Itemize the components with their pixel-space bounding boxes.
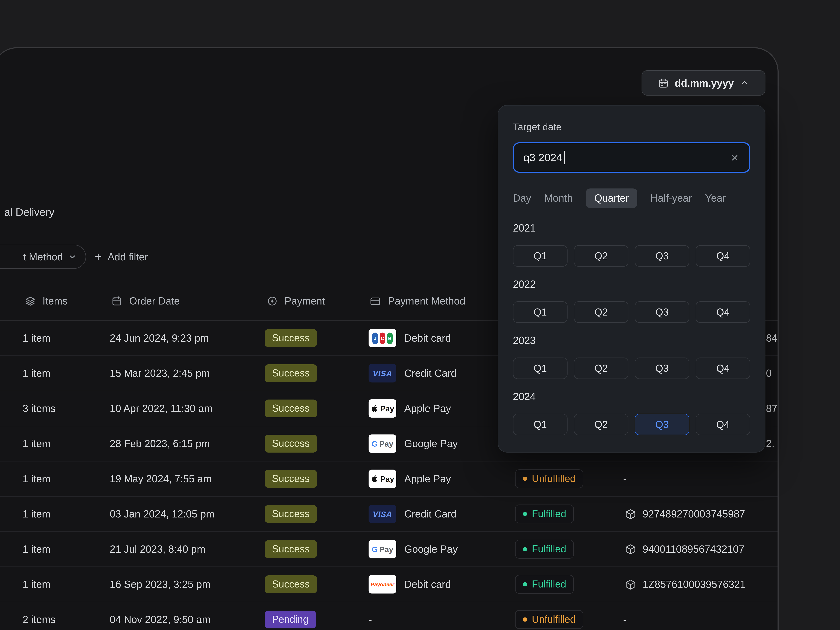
year-label: 2023 (513, 335, 750, 346)
payment-method-cell: Google Pay (404, 438, 458, 450)
order-date-cell: 21 Jul 2023, 8:40 pm (110, 543, 205, 555)
quarter-button-2024-q1[interactable]: Q1 (513, 414, 567, 435)
column-header-order-date[interactable]: Order Date (111, 288, 180, 320)
quarter-button-2021-q1[interactable]: Q1 (513, 245, 567, 267)
year-label: 2022 (513, 278, 750, 291)
quarter-button-2022-q1[interactable]: Q1 (513, 302, 567, 323)
payment-status-badge: Pending (265, 611, 316, 628)
order-date-cell: 19 May 2024, 7:55 am (110, 473, 212, 485)
tracking-cell: 927489270003745987 (625, 508, 745, 520)
column-label: Payment Method (388, 295, 465, 307)
google-g-label: G (371, 439, 377, 448)
column-header-items[interactable]: Items (25, 288, 68, 320)
fulfillment-label: Fulfilled (532, 579, 566, 590)
quarter-button-2024-q3[interactable]: Q3 (635, 414, 689, 435)
quarter-button-2023-q4[interactable]: Q4 (696, 357, 750, 379)
payment-method-cell: Debit card (404, 578, 451, 591)
chevron-down-icon (68, 252, 77, 261)
fulfillment-status-badge: Fulfilled (515, 505, 574, 523)
google-pay-logo-icon: GPay (369, 434, 396, 453)
year-section-2023: 2023Q1Q2Q3Q4 (513, 335, 750, 379)
quarter-row: Q1Q2Q3Q4 (513, 357, 750, 379)
items-cell: 2 items (22, 614, 56, 625)
plus-icon: + (95, 250, 102, 263)
quarter-button-2021-q2[interactable]: Q2 (574, 245, 628, 267)
tracking-number-fragment: 87 (766, 403, 777, 415)
year-label: 2021 (513, 222, 750, 234)
fulfillment-label: Fulfilled (532, 508, 566, 520)
tab-half-year[interactable]: Half-year (651, 192, 692, 204)
tracking-cell: 1Z8576100039576321 (625, 578, 746, 591)
order-date-cell: 28 Feb 2023, 6:15 pm (110, 438, 210, 450)
payment-method-cell: Google Pay (404, 543, 458, 555)
column-header-payment-method[interactable]: Payment Method (369, 288, 465, 320)
column-header-payment[interactable]: Payment (267, 288, 325, 320)
table-row[interactable]: 1 item16 Sep 2023, 3:25 pmSuccessPayonee… (0, 567, 777, 602)
fulfillment-label: Unfulfilled (532, 614, 576, 625)
chevron-up-icon (740, 78, 749, 88)
target-date-input[interactable]: q3 2024 (513, 142, 750, 173)
quarter-button-2022-q3[interactable]: Q3 (635, 302, 689, 323)
tracking-number: 927489270003745987 (643, 508, 745, 520)
quarter-button-2024-q2[interactable]: Q2 (574, 414, 628, 435)
quarter-button-2021-q4[interactable]: Q4 (696, 245, 750, 267)
year-label: 2024 (513, 391, 750, 403)
status-dot-icon (523, 582, 527, 586)
payment-method-cell: Credit Card (404, 508, 456, 520)
items-cell: 1 item (22, 332, 51, 344)
payment-status-badge: Success (265, 505, 317, 523)
fulfillment-status-badge: Fulfilled (515, 575, 574, 594)
fulfillment-status-badge: Unfulfilled (515, 469, 583, 488)
filter-chip-payment-method[interactable]: t Method (0, 245, 86, 269)
payment-method-cell: Debit card (404, 332, 451, 344)
quarter-button-2023-q1[interactable]: Q1 (513, 357, 567, 379)
date-format-button[interactable]: dd.mm.yyyy (641, 70, 766, 96)
screen: al Delivery t Method + Add filter Items … (0, 0, 840, 630)
popover-title: Target date (513, 121, 750, 133)
payment-status-badge: Success (265, 435, 317, 453)
fulfillment-status-badge: Fulfilled (515, 540, 574, 559)
google-g-label: G (371, 545, 377, 554)
quarter-button-2022-q2[interactable]: Q2 (574, 302, 628, 323)
payment-status-icon (267, 295, 278, 306)
jcb-stripe: B (387, 332, 393, 344)
tab-day[interactable]: Day (513, 192, 531, 204)
quarter-button-2023-q3[interactable]: Q3 (635, 357, 689, 379)
clear-input-icon[interactable] (730, 153, 740, 163)
granularity-tabs: DayMonthQuarterHalf-yearYear (513, 188, 750, 208)
quarter-button-2021-q3[interactable]: Q3 (635, 245, 689, 267)
table-row[interactable]: 1 item21 Jul 2023, 8:40 pmSuccessGPayGoo… (0, 532, 777, 567)
payment-method-cell: Apple Pay (404, 473, 451, 485)
payment-status-badge: Success (265, 329, 317, 347)
visa-logo-icon: VISA (369, 505, 396, 523)
package-icon (625, 508, 636, 520)
quarter-button-2023-q2[interactable]: Q2 (574, 357, 628, 379)
input-value: q3 2024 (523, 151, 562, 164)
fulfillment-label: Fulfilled (532, 543, 566, 555)
status-dot-icon (523, 617, 527, 622)
add-filter-button[interactable]: + Add filter (95, 245, 148, 269)
payment-status-badge: Success (265, 540, 317, 558)
table-row[interactable]: 1 item03 Jan 2024, 12:05 pmSuccessVISACr… (0, 497, 777, 532)
table-row[interactable]: 1 item19 May 2024, 7:55 amSuccessPayAppl… (0, 461, 777, 497)
order-date-cell: 10 Apr 2022, 11:30 am (110, 403, 213, 415)
tracking-cell: - (623, 473, 627, 485)
payment-method-cell: Apple Pay (404, 403, 451, 415)
layers-icon (25, 295, 36, 306)
items-cell: 1 item (22, 543, 51, 555)
tab-month[interactable]: Month (544, 192, 573, 204)
quarter-button-2022-q4[interactable]: Q4 (696, 302, 750, 323)
payoneer-label: Payoneer (371, 581, 394, 587)
package-icon (625, 579, 636, 590)
tab-quarter[interactable]: Quarter (586, 188, 637, 208)
quarter-button-2024-q4[interactable]: Q4 (696, 414, 750, 435)
table-row[interactable]: 2 items04 Nov 2022, 9:50 amPending-Unful… (0, 602, 777, 630)
year-section-2024: 2024Q1Q2Q3Q4 (513, 391, 750, 435)
tab-year[interactable]: Year (705, 192, 726, 204)
text-cursor (564, 151, 565, 164)
page-title: al Delivery (4, 206, 54, 218)
items-cell: 1 item (22, 367, 51, 379)
payment-status-badge: Success (265, 399, 317, 417)
quarter-row: Q1Q2Q3Q4 (513, 245, 750, 267)
calendar-icon (658, 77, 669, 88)
